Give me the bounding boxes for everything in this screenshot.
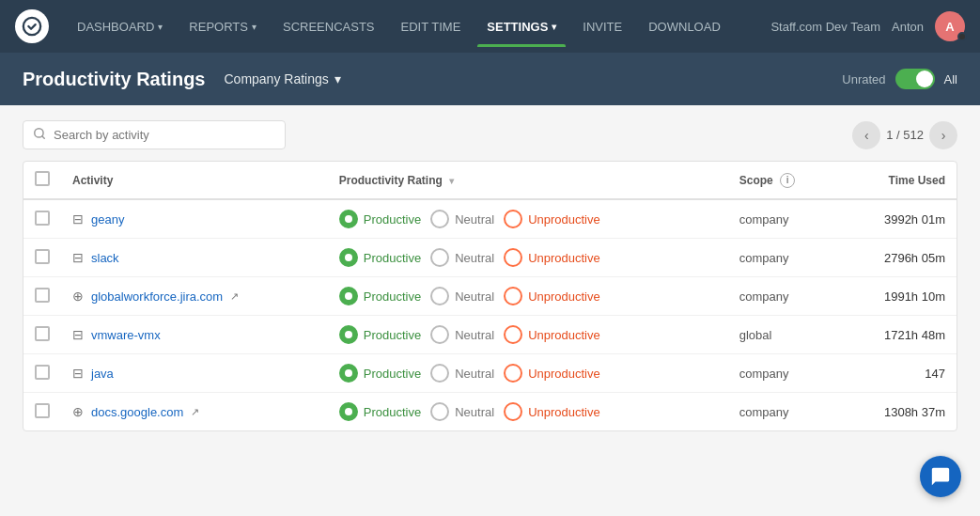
search-box — [23, 120, 286, 149]
neutral-radio[interactable] — [430, 402, 449, 421]
productive-radio[interactable] — [339, 364, 358, 383]
unproductive-label: Unproductive — [528, 289, 600, 304]
row-checkbox[interactable] — [35, 211, 50, 226]
row-scope: global — [728, 316, 839, 354]
neutral-radio[interactable] — [430, 364, 449, 383]
navbar: DASHBOARD ▾ REPORTS ▾ SCREENCASTS EDIT T… — [0, 0, 980, 53]
next-page-button[interactable]: › — [929, 121, 957, 149]
nav-settings[interactable]: SETTINGS ▾ — [477, 14, 566, 39]
row-productivity: Productive Neutral Unproductive — [328, 316, 728, 354]
chevron-right-icon: › — [941, 128, 946, 143]
unproductive-label: Unproductive — [528, 367, 600, 381]
prev-page-button[interactable]: ‹ — [852, 121, 880, 149]
avatar-status-dot — [957, 32, 967, 41]
unrated-toggle[interactable] — [895, 69, 935, 89]
row-checkbox[interactable] — [35, 288, 50, 303]
table-row: ⊟ vmware-vmx Productive Neutral Unproduc… — [23, 316, 957, 354]
external-link-icon[interactable]: ↗ — [230, 290, 239, 303]
activity-name: java — [91, 367, 114, 381]
nav-reports[interactable]: REPORTS ▾ — [179, 14, 266, 39]
unproductive-radio[interactable] — [504, 210, 522, 228]
row-checkbox[interactable] — [35, 249, 50, 264]
pagination-info: 1 / 512 — [886, 128, 924, 142]
row-scope: company — [728, 239, 839, 277]
row-scope: company — [728, 393, 839, 431]
web-icon: ⊕ — [72, 404, 84, 419]
row-time-used: 1308h 37m — [838, 393, 957, 431]
productive-label: Productive — [364, 367, 421, 381]
row-time-used: 147 — [838, 354, 957, 393]
company-ratings-button[interactable]: Company Ratings ▾ — [216, 68, 348, 90]
svg-point-0 — [23, 18, 40, 35]
unproductive-radio[interactable] — [504, 402, 522, 421]
app-icon: ⊟ — [72, 211, 84, 227]
unproductive-radio[interactable] — [504, 287, 522, 305]
activity-name: docs.google.com — [91, 405, 183, 419]
productive-radio[interactable] — [339, 287, 358, 305]
all-label: All — [944, 72, 957, 86]
row-activity: ⊟ java — [61, 354, 328, 393]
nav-username: Anton — [892, 20, 924, 34]
row-productivity: Productive Neutral Unproductive — [328, 199, 728, 239]
row-checkbox[interactable] — [35, 403, 50, 418]
row-checkbox[interactable] — [35, 326, 50, 341]
productive-label: Productive — [364, 405, 421, 419]
neutral-label: Neutral — [455, 212, 494, 227]
pagination: ‹ 1 / 512 › — [852, 121, 957, 149]
nav-download[interactable]: DOWNLOAD — [639, 14, 730, 39]
page-title: Productivity Ratings — [23, 69, 205, 90]
select-all-checkbox[interactable] — [35, 171, 50, 186]
nav-dashboard[interactable]: DASHBOARD ▾ — [68, 14, 172, 39]
app-icon: ⊟ — [72, 250, 84, 265]
row-checkbox-cell — [23, 316, 61, 354]
neutral-label: Neutral — [455, 367, 494, 381]
app-icon: ⊟ — [72, 327, 84, 342]
neutral-radio[interactable] — [430, 248, 449, 267]
row-checkbox-cell — [23, 199, 61, 239]
row-scope: company — [728, 199, 839, 239]
neutral-label: Neutral — [455, 289, 494, 304]
row-productivity: Productive Neutral Unproductive — [328, 277, 728, 316]
table-row: ⊟ java Productive Neutral Unproductive c… — [23, 354, 957, 393]
productive-label: Productive — [364, 251, 421, 265]
nav-right: Staff.com Dev Team Anton A — [770, 11, 965, 41]
search-input[interactable] — [54, 128, 275, 142]
neutral-label: Neutral — [455, 328, 494, 342]
chevron-down-icon: ▾ — [334, 71, 341, 86]
productive-radio[interactable] — [339, 248, 358, 267]
unproductive-radio[interactable] — [504, 248, 522, 267]
activity-name: geany — [91, 212, 124, 227]
nav-screencasts[interactable]: SCREENCASTS — [273, 14, 384, 39]
unproductive-radio[interactable] — [504, 364, 522, 383]
external-link-icon[interactable]: ↗ — [191, 406, 199, 418]
productive-radio[interactable] — [339, 325, 358, 344]
sort-icon[interactable]: ▾ — [449, 176, 454, 186]
logo — [15, 9, 49, 43]
productive-radio[interactable] — [339, 210, 358, 228]
unproductive-label: Unproductive — [528, 328, 600, 342]
chevron-down-icon: ▾ — [158, 22, 163, 32]
row-activity: ⊟ geany — [61, 199, 328, 239]
table-row: ⊕ docs.google.com ↗ Productive Neutral U… — [23, 393, 957, 431]
row-checkbox-cell — [23, 239, 61, 277]
neutral-radio[interactable] — [430, 210, 449, 228]
unproductive-radio[interactable] — [504, 325, 522, 344]
productive-radio[interactable] — [339, 402, 358, 421]
neutral-radio[interactable] — [430, 287, 449, 305]
scope-info-icon[interactable]: i — [780, 173, 795, 188]
table-row: ⊟ geany Productive Neutral Unproductive … — [23, 199, 957, 239]
search-icon — [33, 127, 46, 143]
nav-edit-time[interactable]: EDIT TIME — [392, 14, 471, 39]
unproductive-label: Unproductive — [528, 212, 600, 227]
activity-name: slack — [91, 251, 119, 265]
activity-name: vmware-vmx — [91, 328, 161, 342]
chevron-down-icon: ▾ — [552, 22, 556, 32]
nav-invite[interactable]: INVITE — [573, 14, 631, 39]
row-checkbox[interactable] — [35, 365, 50, 380]
web-icon: ⊕ — [72, 289, 84, 304]
avatar[interactable]: A — [935, 11, 965, 41]
chevron-down-icon: ▾ — [252, 22, 257, 32]
neutral-radio[interactable] — [430, 325, 449, 344]
activity-column-header: Activity — [61, 162, 328, 199]
chevron-left-icon: ‹ — [864, 128, 869, 143]
